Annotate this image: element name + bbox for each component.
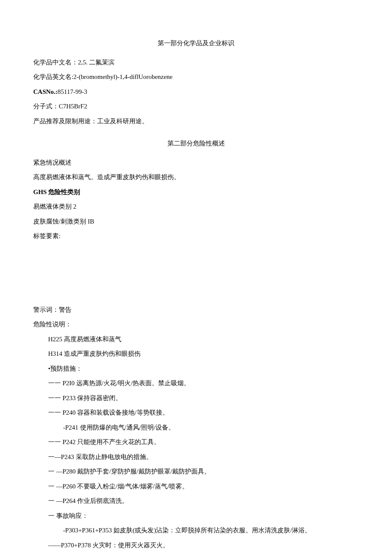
p233: 一一 P233 保持容器密闭。	[33, 393, 359, 403]
hazard-label: 危险性说明：	[33, 320, 359, 329]
emergency-text: 高度易燃液体和蒸气。造成严重皮肤灼伤和眼损伤。	[33, 172, 359, 182]
ghs-cat1: 易燃液体类别 2	[33, 202, 359, 212]
usage-line: 产品推荐及限制用途：工业及科研用途。	[33, 116, 359, 126]
signal-value: 警告	[59, 306, 72, 313]
formula-line: 分子式：C7H5BrF2	[33, 102, 359, 111]
emergency-label: 紧急情况概述	[33, 158, 359, 168]
p370: ——P370+P378 火灾时：使用灭火器灭火。	[33, 540, 359, 550]
ghs-cat2: 皮肤腐蚀/刺激类别 IB	[33, 217, 359, 227]
p242: 一一 P242 只能使用不产生火花的工具。	[33, 437, 359, 447]
formula-value: C7H5BrF2	[59, 103, 87, 110]
usage-value: 工业及科研用途。	[97, 118, 148, 125]
p264: 一 —P264 作业后彻底清洗。	[33, 496, 359, 506]
ghs-label: GHS 危险性类别	[33, 187, 359, 197]
h225: H225 高度易燃液体和蒸气	[33, 334, 359, 344]
section1-heading: 第一部分化学品及企业标识	[33, 38, 359, 48]
prevention-label: •预防措施：	[33, 364, 359, 374]
h314: H314 造成严重皮肤灼伤和眼损伤	[33, 349, 359, 359]
p280: 一 —P280 戴防护手套/穿防护服/戴防护眼罩/戴防护面具。	[33, 467, 359, 477]
chemical-name-en-label: 化学品英文名:	[33, 73, 73, 80]
cas-label: CASNo.:	[33, 88, 58, 95]
chemical-name-cn-label: 化学品中文名：	[33, 59, 78, 66]
response-label: 一 事故响应：	[33, 511, 359, 521]
p260: 一 —P260 不要吸入粉尘/烟/气体/烟雾/蒸气/喷雾。	[33, 482, 359, 491]
chemical-name-en-value: 2-(bromomethyl)-1,4-diflUorobenzene	[73, 73, 173, 80]
section2-heading: 第二部分危险性概述	[33, 139, 359, 148]
p240: 一一 P240 容器和装载设备接地/等势联接。	[33, 408, 359, 418]
chemical-name-cn-line: 化学品中文名：2,5. 二氟茉滨	[33, 58, 359, 67]
formula-label: 分子式：	[33, 103, 59, 110]
signal-line: 警示词：警告	[33, 305, 359, 315]
chemical-name-en-line: 化学品英文名:2-(bromomethyl)-1,4-diflUorobenze…	[33, 72, 359, 82]
label-elements: 标签要素:	[33, 231, 359, 241]
signal-label: 警示词：	[33, 306, 59, 313]
p243: 一—P243 采取防止静电放电的措施。	[33, 452, 359, 462]
chemical-name-cn-value: 2,5. 二氟茉滨	[78, 59, 115, 66]
cas-value: 85117-99-3	[58, 88, 87, 95]
p303: -P303+P361+P353 如皮肤(或头发)沾染：立即脱掉所有沾染的衣服。用…	[33, 526, 359, 535]
p241: -P241 使用防爆的电气/通风/照明/设备。	[33, 423, 359, 433]
usage-label: 产品推荐及限制用途：	[33, 118, 97, 125]
cas-line: CASNo.:85117-99-3	[33, 87, 359, 97]
p210: 一一 P2I0 远离热源/火花/明火/热表面。禁止吸烟。	[33, 378, 359, 388]
